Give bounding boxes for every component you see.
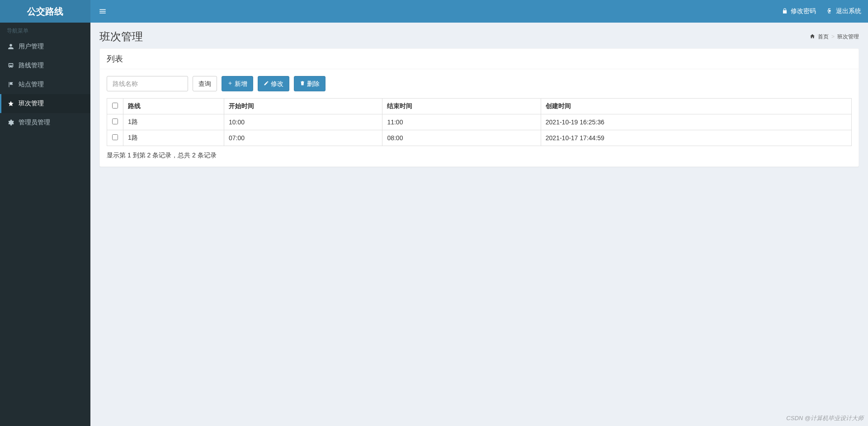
col-start[interactable]: 开始时间 (224, 99, 382, 114)
top-navbar: 修改密码 退出系统 (90, 0, 868, 23)
sidebar-item-stations[interactable]: 站点管理 (0, 75, 90, 94)
logo: 公交路线 (0, 0, 90, 23)
cell-start: 07:00 (224, 130, 382, 146)
search-button[interactable]: 查询 (193, 76, 217, 91)
sidebar-item-label: 路线管理 (19, 62, 44, 70)
star-icon (7, 100, 15, 107)
row-checkbox[interactable] (112, 118, 118, 124)
row-checkbox[interactable] (112, 134, 118, 140)
sidebar-item-label: 班次管理 (19, 99, 44, 108)
hamburger-toggle[interactable] (97, 6, 108, 17)
sidebar-item-label: 用户管理 (19, 43, 44, 51)
cell-created: 2021-10-19 16:25:36 (541, 114, 851, 130)
sidebar-item-label: 管理员管理 (19, 118, 50, 127)
cell-route: 1路 (123, 114, 224, 130)
logout-label: 退出系统 (836, 7, 861, 15)
breadcrumb-separator: > (831, 33, 835, 40)
list-box: 列表 查询 新增 修改 (99, 48, 859, 167)
cell-created: 2021-10-17 17:44:59 (541, 130, 851, 146)
cell-end: 08:00 (382, 130, 541, 146)
change-password-link[interactable]: 修改密码 (782, 7, 816, 15)
box-title: 列表 (107, 53, 852, 64)
gear-icon (7, 119, 15, 126)
col-end[interactable]: 结束时间 (382, 99, 541, 114)
data-table: 路线 开始时间 结束时间 创建时间 1路 10:00 11:0 (107, 98, 852, 146)
page-title: 班次管理 (99, 29, 143, 44)
edit-icon (264, 80, 269, 87)
sidebar-item-routes[interactable]: 路线管理 (0, 56, 90, 75)
content-header: 班次管理 首页 > 班次管理 (90, 23, 868, 48)
trash-icon (300, 80, 305, 87)
nav-header: 导航菜单 (0, 23, 90, 37)
logout-icon (827, 8, 833, 15)
col-route[interactable]: 路线 (123, 99, 224, 114)
cell-end: 11:00 (382, 114, 541, 130)
col-created[interactable]: 创建时间 (541, 99, 851, 114)
flag-icon (7, 81, 15, 88)
add-label: 新增 (235, 80, 247, 87)
toolbar: 查询 新增 修改 删除 (107, 76, 852, 91)
sidebar-item-label: 站点管理 (19, 80, 44, 89)
breadcrumb-current: 班次管理 (837, 33, 859, 41)
delete-button[interactable]: 删除 (294, 76, 326, 91)
sidebar-item-schedules[interactable]: 班次管理 (0, 94, 90, 113)
edit-label: 修改 (271, 80, 283, 87)
search-input[interactable] (107, 76, 188, 91)
edit-button[interactable]: 修改 (258, 76, 289, 91)
cell-start: 10:00 (224, 114, 382, 130)
box-header: 列表 (100, 49, 859, 69)
sidebar: 公交路线 导航菜单 用户管理 路线管理 站点管理 班次管理 (0, 0, 90, 426)
cell-route: 1路 (123, 130, 224, 146)
lock-icon (782, 8, 788, 15)
logout-link[interactable]: 退出系统 (827, 7, 861, 15)
breadcrumb: 首页 > 班次管理 (810, 33, 859, 41)
home-icon (810, 33, 815, 40)
delete-label: 删除 (307, 80, 320, 87)
change-password-label: 修改密码 (791, 7, 816, 15)
sidebar-item-admins[interactable]: 管理员管理 (0, 113, 90, 132)
sidebar-item-users[interactable]: 用户管理 (0, 37, 90, 56)
table-row[interactable]: 1路 10:00 11:00 2021-10-19 16:25:36 (107, 114, 852, 130)
plus-icon (227, 80, 233, 87)
table-footer: 显示第 1 到第 2 条记录，总共 2 条记录 (107, 151, 852, 160)
breadcrumb-home[interactable]: 首页 (818, 33, 829, 41)
table-row[interactable]: 1路 07:00 08:00 2021-10-17 17:44:59 (107, 130, 852, 146)
user-icon (7, 43, 15, 50)
add-button[interactable]: 新增 (222, 76, 253, 91)
select-all-checkbox[interactable] (112, 103, 118, 109)
route-icon (7, 62, 15, 69)
